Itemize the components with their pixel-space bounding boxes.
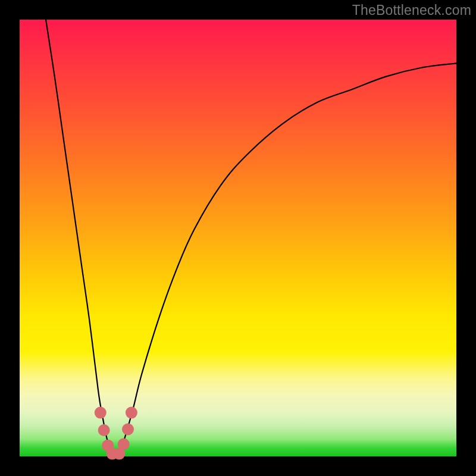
watermark-text: TheBottleneck.com <box>352 2 471 18</box>
chart-frame: TheBottleneck.com <box>0 0 476 476</box>
valley-dot <box>122 423 134 435</box>
curve-layer <box>20 20 456 456</box>
plot-area <box>20 20 456 456</box>
valley-dot <box>95 407 107 419</box>
valley-dot <box>98 424 110 436</box>
valley-dot <box>126 407 137 419</box>
bottleneck-curve <box>46 20 456 456</box>
valley-dots <box>95 407 137 460</box>
valley-dot <box>118 438 130 450</box>
